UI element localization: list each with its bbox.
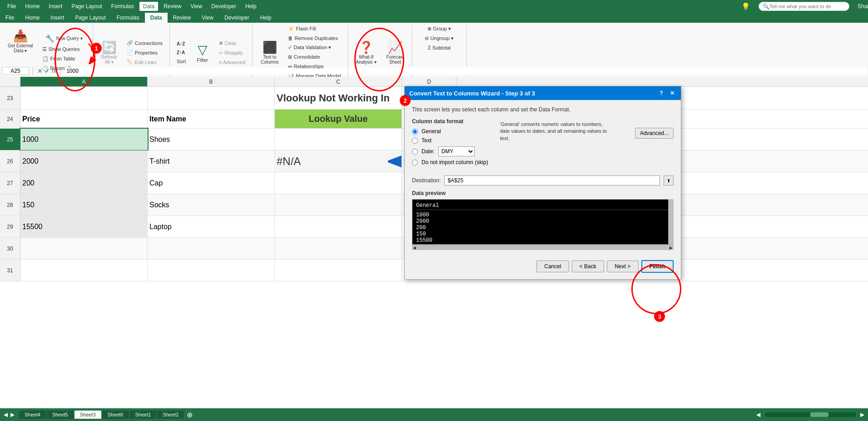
cell-a31[interactable]: [20, 260, 148, 281]
cell-c28[interactable]: [275, 194, 402, 216]
cell-reference-input[interactable]: A25: [2, 67, 29, 75]
relationships-button[interactable]: ⇔ Relationships: [285, 62, 344, 71]
refresh-all-button[interactable]: 🔄 RefreshAll ▾: [97, 36, 122, 69]
text-to-columns-button[interactable]: ⬛ Text toColumns: [256, 36, 283, 69]
menu-home[interactable]: Home: [21, 2, 43, 11]
insert-function-icon[interactable]: fx: [52, 67, 56, 75]
menu-review[interactable]: Review: [160, 2, 185, 11]
cell-c23[interactable]: Vlookup Not Working In: [275, 87, 402, 109]
sheet-tab-sheet3[interactable]: Sheet3: [74, 411, 101, 419]
sheet-tab-sheet1[interactable]: Sheet1: [130, 411, 157, 419]
radio-text-input[interactable]: [412, 138, 418, 144]
group-button[interactable]: ⊕ Group ▾: [424, 25, 454, 33]
col-header-d[interactable]: D: [402, 77, 456, 86]
sort-az-button[interactable]: A↑Z: [174, 40, 189, 48]
advanced-button[interactable]: Advanced...: [635, 128, 674, 139]
tab-page-layout[interactable]: Page Layout: [69, 13, 111, 23]
row-header-25[interactable]: 25: [0, 129, 20, 150]
what-if-analysis-button[interactable]: ❓ What-IfAnalysis ▾: [352, 36, 381, 69]
menu-formulas[interactable]: Formulas: [108, 2, 138, 11]
tab-developer[interactable]: Developer: [219, 13, 255, 23]
cell-b31[interactable]: [148, 260, 275, 281]
menu-page-layout[interactable]: Page Layout: [68, 2, 105, 11]
horizontal-scrollbar[interactable]: [765, 412, 856, 417]
row-header-24[interactable]: 24: [0, 110, 20, 128]
menu-data[interactable]: Data: [139, 2, 158, 11]
back-button[interactable]: < Back: [572, 261, 604, 272]
radio-date-input[interactable]: [412, 149, 418, 155]
tab-home[interactable]: Home: [20, 13, 45, 23]
cell-b28[interactable]: Socks: [148, 194, 275, 216]
cell-b29[interactable]: Laptop: [148, 216, 275, 237]
new-query-button[interactable]: 🔧 New Query ▾: [39, 33, 89, 44]
cell-b24[interactable]: Item Name: [148, 110, 275, 128]
destination-collapse-button[interactable]: ⬆: [664, 175, 674, 185]
show-queries-button[interactable]: ☰ Show Queries: [39, 45, 89, 54]
menu-file[interactable]: File: [4, 2, 20, 11]
cell-b27[interactable]: Cap: [148, 172, 275, 194]
row-header-23[interactable]: 23: [0, 87, 20, 109]
filter-button[interactable]: ▽ Filter: [190, 36, 215, 69]
row-header-29[interactable]: 29: [0, 216, 20, 237]
menu-insert[interactable]: Insert: [45, 2, 66, 11]
row-header-31[interactable]: 31: [0, 260, 20, 281]
scroll-left-icon[interactable]: ◀: [413, 246, 416, 250]
scroll-tabs-right-icon[interactable]: ▶: [10, 411, 15, 418]
tab-data[interactable]: Data: [145, 13, 168, 23]
edit-links-button[interactable]: ✏️ Edit Links: [124, 58, 166, 66]
cell-b25[interactable]: Shoes: [148, 129, 275, 150]
sort-button[interactable]: Sort: [174, 57, 189, 65]
flash-fill-button[interactable]: ⚡ Flash Fill: [285, 25, 344, 33]
menu-help[interactable]: Help: [242, 2, 260, 11]
from-table-button[interactable]: 📋 From Table: [39, 55, 89, 63]
radio-text[interactable]: Text: [412, 137, 488, 144]
row-header-26[interactable]: 26: [0, 150, 20, 172]
sheet-tab-sheet4[interactable]: Sheet4: [19, 411, 46, 419]
cell-c29[interactable]: [275, 216, 402, 237]
cell-c25[interactable]: [275, 129, 402, 150]
consolidate-button[interactable]: ⊞ Consolidate: [285, 53, 344, 61]
cell-b23[interactable]: [148, 87, 275, 109]
sheet-tab-sheet5[interactable]: Sheet5: [47, 411, 74, 419]
radio-skip-input[interactable]: [412, 160, 418, 165]
cell-a26[interactable]: 2000: [20, 150, 148, 172]
destination-input[interactable]: [444, 175, 660, 185]
data-validation-button[interactable]: ✓ Data Validation ▾: [285, 43, 344, 52]
tab-formulas[interactable]: Formulas: [111, 13, 145, 23]
clear-button[interactable]: ✖ Clear: [216, 39, 248, 48]
tab-insert[interactable]: Insert: [45, 13, 69, 23]
cell-b26[interactable]: T-shirt: [148, 150, 275, 172]
cell-c30[interactable]: [275, 238, 402, 259]
scroll-tabs-left-icon[interactable]: ◀: [4, 411, 8, 418]
sheet-tab-sheet2[interactable]: Sheet2: [157, 411, 184, 419]
tab-review[interactable]: Review: [168, 13, 196, 23]
add-sheet-button[interactable]: ⊕: [187, 411, 193, 419]
cell-c26[interactable]: #N/A: [275, 150, 402, 172]
get-external-data-button[interactable]: 📥 Get ExternalData ▾: [4, 25, 37, 57]
menu-view[interactable]: View: [187, 2, 206, 11]
row-header-30[interactable]: 30: [0, 238, 20, 259]
cell-a25[interactable]: 1000: [20, 129, 148, 150]
scroll-right-icon[interactable]: ▶: [670, 246, 673, 250]
cell-a27[interactable]: 200: [20, 172, 148, 194]
dialog-close-button[interactable]: ✕: [668, 89, 676, 97]
menu-developer[interactable]: Developer: [208, 2, 240, 11]
cell-a29[interactable]: 15500: [20, 216, 148, 237]
ungroup-button[interactable]: ⊖ Ungroup ▾: [422, 34, 456, 43]
cell-c31[interactable]: [275, 260, 402, 281]
cell-a24[interactable]: Price: [20, 110, 148, 128]
forecast-sheet-button[interactable]: 📈 ForecastSheet: [382, 36, 408, 69]
cell-a23[interactable]: [20, 87, 148, 109]
radio-general[interactable]: General: [412, 128, 488, 135]
tab-file[interactable]: File: [0, 13, 20, 23]
subtotal-button[interactable]: Σ Subtotal: [425, 44, 454, 52]
tab-view[interactable]: View: [196, 13, 219, 23]
scroll-right-sheet-icon[interactable]: ▶: [860, 411, 864, 418]
scroll-left-sheet-icon[interactable]: ◀: [756, 411, 760, 418]
date-format-select[interactable]: DMY MDY YMD: [438, 146, 475, 156]
formula-input[interactable]: 1000: [64, 67, 866, 75]
cell-a30[interactable]: [20, 238, 148, 259]
row-header-27[interactable]: 27: [0, 172, 20, 194]
remove-duplicates-button[interactable]: 🗑 Remove Duplicates: [285, 34, 344, 42]
sort-za-button[interactable]: Z↑A: [174, 49, 189, 56]
